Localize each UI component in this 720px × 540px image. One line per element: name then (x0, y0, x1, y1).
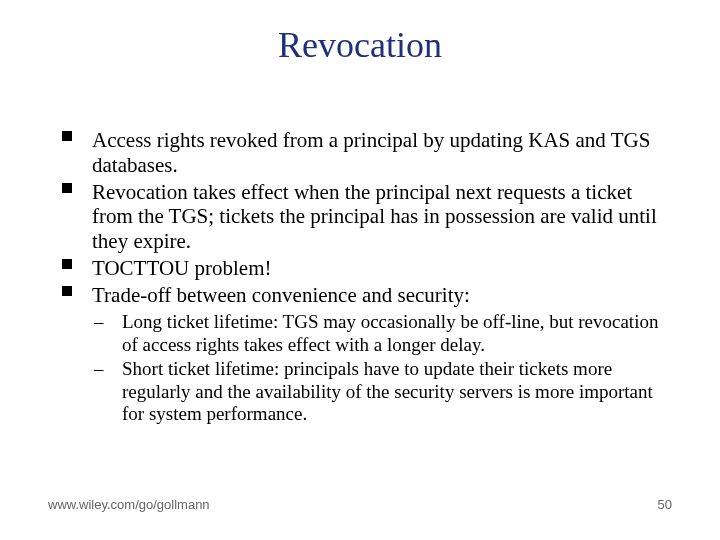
sub-bullet-list: – Long ticket lifetime: TGS may occasion… (62, 311, 662, 425)
sub-bullet-text: Short ticket lifetime: principals have t… (122, 358, 653, 424)
dash-bullet-icon: – (94, 358, 104, 380)
footer-url: www.wiley.com/go/gollmann (48, 497, 210, 512)
slide-title: Revocation (0, 24, 720, 66)
bullet-text: Access rights revoked from a principal b… (92, 128, 650, 177)
sub-bullet-item: – Long ticket lifetime: TGS may occasion… (62, 311, 662, 356)
bullet-item: Access rights revoked from a principal b… (62, 128, 662, 178)
bullet-text: Revocation takes effect when the princip… (92, 180, 657, 254)
slide-body: Access rights revoked from a principal b… (62, 128, 662, 427)
dash-bullet-icon: – (94, 311, 104, 333)
bullet-item: Trade-off between convenience and securi… (62, 283, 662, 308)
sub-bullet-item: – Short ticket lifetime: principals have… (62, 358, 662, 425)
bullet-item: Revocation takes effect when the princip… (62, 180, 662, 254)
bullet-text: Trade-off between convenience and securi… (92, 283, 470, 307)
bullet-item: TOCTTOU problem! (62, 256, 662, 281)
square-bullet-icon (62, 286, 72, 296)
bullet-text: TOCTTOU problem! (92, 256, 271, 280)
slide: Revocation Access rights revoked from a … (0, 0, 720, 540)
slide-number: 50 (658, 497, 672, 512)
square-bullet-icon (62, 131, 72, 141)
square-bullet-icon (62, 183, 72, 193)
sub-bullet-text: Long ticket lifetime: TGS may occasional… (122, 311, 658, 354)
square-bullet-icon (62, 259, 72, 269)
